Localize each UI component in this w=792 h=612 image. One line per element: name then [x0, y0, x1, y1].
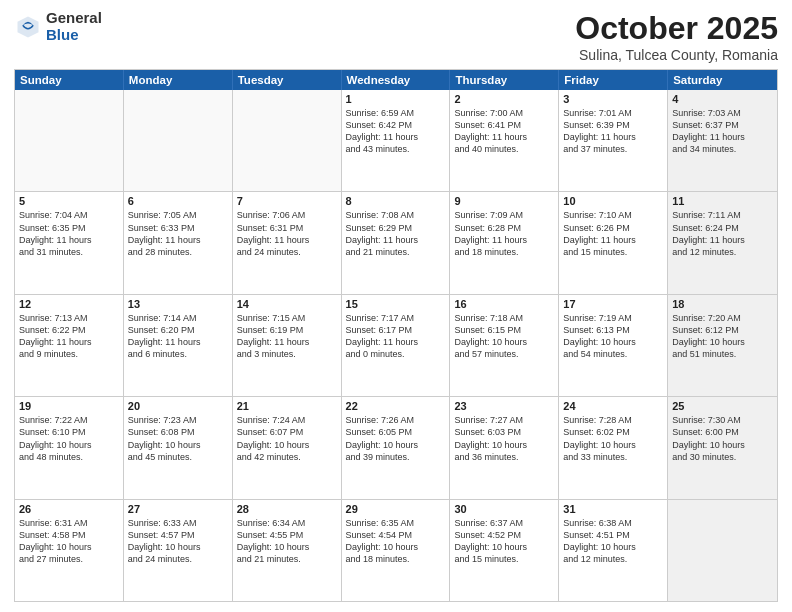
cal-row-4: 26Sunrise: 6:31 AM Sunset: 4:58 PM Dayli…	[15, 499, 777, 601]
cell-info: Sunrise: 7:04 AM Sunset: 6:35 PM Dayligh…	[19, 209, 119, 258]
day-number: 22	[346, 400, 446, 412]
cell-info: Sunrise: 7:08 AM Sunset: 6:29 PM Dayligh…	[346, 209, 446, 258]
cell-info: Sunrise: 6:37 AM Sunset: 4:52 PM Dayligh…	[454, 517, 554, 566]
cell-info: Sunrise: 6:59 AM Sunset: 6:42 PM Dayligh…	[346, 107, 446, 156]
day-number: 9	[454, 195, 554, 207]
header-day-friday: Friday	[559, 70, 668, 90]
day-number: 15	[346, 298, 446, 310]
cell-info: Sunrise: 7:22 AM Sunset: 6:10 PM Dayligh…	[19, 414, 119, 463]
day-number: 7	[237, 195, 337, 207]
cell-info: Sunrise: 6:35 AM Sunset: 4:54 PM Dayligh…	[346, 517, 446, 566]
cal-cell-r4c5: 31Sunrise: 6:38 AM Sunset: 4:51 PM Dayli…	[559, 500, 668, 601]
cell-info: Sunrise: 7:03 AM Sunset: 6:37 PM Dayligh…	[672, 107, 773, 156]
cell-info: Sunrise: 7:10 AM Sunset: 6:26 PM Dayligh…	[563, 209, 663, 258]
cal-cell-r3c4: 23Sunrise: 7:27 AM Sunset: 6:03 PM Dayli…	[450, 397, 559, 498]
cal-cell-r3c5: 24Sunrise: 7:28 AM Sunset: 6:02 PM Dayli…	[559, 397, 668, 498]
cal-cell-r1c6: 11Sunrise: 7:11 AM Sunset: 6:24 PM Dayli…	[668, 192, 777, 293]
logo-blue-text: Blue	[46, 27, 102, 44]
cell-info: Sunrise: 7:20 AM Sunset: 6:12 PM Dayligh…	[672, 312, 773, 361]
cell-info: Sunrise: 7:26 AM Sunset: 6:05 PM Dayligh…	[346, 414, 446, 463]
cal-row-3: 19Sunrise: 7:22 AM Sunset: 6:10 PM Dayli…	[15, 396, 777, 498]
cell-info: Sunrise: 6:34 AM Sunset: 4:55 PM Dayligh…	[237, 517, 337, 566]
cal-cell-r4c6	[668, 500, 777, 601]
cell-info: Sunrise: 7:19 AM Sunset: 6:13 PM Dayligh…	[563, 312, 663, 361]
cal-cell-r0c4: 2Sunrise: 7:00 AM Sunset: 6:41 PM Daylig…	[450, 90, 559, 191]
calendar-header: SundayMondayTuesdayWednesdayThursdayFrid…	[15, 70, 777, 90]
cal-cell-r2c2: 14Sunrise: 7:15 AM Sunset: 6:19 PM Dayli…	[233, 295, 342, 396]
cal-cell-r2c0: 12Sunrise: 7:13 AM Sunset: 6:22 PM Dayli…	[15, 295, 124, 396]
cell-info: Sunrise: 7:28 AM Sunset: 6:02 PM Dayligh…	[563, 414, 663, 463]
cal-cell-r2c1: 13Sunrise: 7:14 AM Sunset: 6:20 PM Dayli…	[124, 295, 233, 396]
day-number: 6	[128, 195, 228, 207]
cal-row-2: 12Sunrise: 7:13 AM Sunset: 6:22 PM Dayli…	[15, 294, 777, 396]
day-number: 11	[672, 195, 773, 207]
day-number: 21	[237, 400, 337, 412]
day-number: 3	[563, 93, 663, 105]
day-number: 2	[454, 93, 554, 105]
cell-info: Sunrise: 7:15 AM Sunset: 6:19 PM Dayligh…	[237, 312, 337, 361]
cell-info: Sunrise: 7:05 AM Sunset: 6:33 PM Dayligh…	[128, 209, 228, 258]
cal-cell-r0c3: 1Sunrise: 6:59 AM Sunset: 6:42 PM Daylig…	[342, 90, 451, 191]
header-day-sunday: Sunday	[15, 70, 124, 90]
cal-cell-r4c3: 29Sunrise: 6:35 AM Sunset: 4:54 PM Dayli…	[342, 500, 451, 601]
cal-cell-r2c6: 18Sunrise: 7:20 AM Sunset: 6:12 PM Dayli…	[668, 295, 777, 396]
calendar-body: 1Sunrise: 6:59 AM Sunset: 6:42 PM Daylig…	[15, 90, 777, 601]
day-number: 20	[128, 400, 228, 412]
cal-cell-r4c2: 28Sunrise: 6:34 AM Sunset: 4:55 PM Dayli…	[233, 500, 342, 601]
day-number: 17	[563, 298, 663, 310]
day-number: 24	[563, 400, 663, 412]
calendar: SundayMondayTuesdayWednesdayThursdayFrid…	[14, 69, 778, 602]
cal-cell-r4c4: 30Sunrise: 6:37 AM Sunset: 4:52 PM Dayli…	[450, 500, 559, 601]
cal-cell-r2c3: 15Sunrise: 7:17 AM Sunset: 6:17 PM Dayli…	[342, 295, 451, 396]
day-number: 1	[346, 93, 446, 105]
cal-cell-r4c1: 27Sunrise: 6:33 AM Sunset: 4:57 PM Dayli…	[124, 500, 233, 601]
cell-info: Sunrise: 7:17 AM Sunset: 6:17 PM Dayligh…	[346, 312, 446, 361]
cal-cell-r3c0: 19Sunrise: 7:22 AM Sunset: 6:10 PM Dayli…	[15, 397, 124, 498]
day-number: 25	[672, 400, 773, 412]
day-number: 13	[128, 298, 228, 310]
cell-info: Sunrise: 7:27 AM Sunset: 6:03 PM Dayligh…	[454, 414, 554, 463]
cell-info: Sunrise: 7:24 AM Sunset: 6:07 PM Dayligh…	[237, 414, 337, 463]
day-number: 5	[19, 195, 119, 207]
day-number: 26	[19, 503, 119, 515]
cell-info: Sunrise: 7:06 AM Sunset: 6:31 PM Dayligh…	[237, 209, 337, 258]
day-number: 27	[128, 503, 228, 515]
day-number: 30	[454, 503, 554, 515]
header-day-tuesday: Tuesday	[233, 70, 342, 90]
title-block: October 2025 Sulina, Tulcea County, Roma…	[575, 10, 778, 63]
day-number: 4	[672, 93, 773, 105]
cell-info: Sunrise: 6:31 AM Sunset: 4:58 PM Dayligh…	[19, 517, 119, 566]
cell-info: Sunrise: 6:33 AM Sunset: 4:57 PM Dayligh…	[128, 517, 228, 566]
cal-row-1: 5Sunrise: 7:04 AM Sunset: 6:35 PM Daylig…	[15, 191, 777, 293]
cal-cell-r3c1: 20Sunrise: 7:23 AM Sunset: 6:08 PM Dayli…	[124, 397, 233, 498]
cell-info: Sunrise: 7:01 AM Sunset: 6:39 PM Dayligh…	[563, 107, 663, 156]
header-day-thursday: Thursday	[450, 70, 559, 90]
day-number: 18	[672, 298, 773, 310]
cell-info: Sunrise: 7:14 AM Sunset: 6:20 PM Dayligh…	[128, 312, 228, 361]
cal-cell-r1c5: 10Sunrise: 7:10 AM Sunset: 6:26 PM Dayli…	[559, 192, 668, 293]
header: General Blue October 2025 Sulina, Tulcea…	[14, 10, 778, 63]
title-month: October 2025	[575, 10, 778, 47]
header-day-monday: Monday	[124, 70, 233, 90]
cal-cell-r3c2: 21Sunrise: 7:24 AM Sunset: 6:07 PM Dayli…	[233, 397, 342, 498]
day-number: 12	[19, 298, 119, 310]
header-day-wednesday: Wednesday	[342, 70, 451, 90]
cell-info: Sunrise: 7:13 AM Sunset: 6:22 PM Dayligh…	[19, 312, 119, 361]
day-number: 19	[19, 400, 119, 412]
cal-cell-r1c1: 6Sunrise: 7:05 AM Sunset: 6:33 PM Daylig…	[124, 192, 233, 293]
cell-info: Sunrise: 7:23 AM Sunset: 6:08 PM Dayligh…	[128, 414, 228, 463]
day-number: 14	[237, 298, 337, 310]
title-location: Sulina, Tulcea County, Romania	[575, 47, 778, 63]
day-number: 10	[563, 195, 663, 207]
cal-cell-r0c2	[233, 90, 342, 191]
cell-info: Sunrise: 7:09 AM Sunset: 6:28 PM Dayligh…	[454, 209, 554, 258]
cell-info: Sunrise: 7:11 AM Sunset: 6:24 PM Dayligh…	[672, 209, 773, 258]
day-number: 16	[454, 298, 554, 310]
day-number: 29	[346, 503, 446, 515]
cal-cell-r1c2: 7Sunrise: 7:06 AM Sunset: 6:31 PM Daylig…	[233, 192, 342, 293]
day-number: 23	[454, 400, 554, 412]
cal-row-0: 1Sunrise: 6:59 AM Sunset: 6:42 PM Daylig…	[15, 90, 777, 191]
cal-cell-r1c4: 9Sunrise: 7:09 AM Sunset: 6:28 PM Daylig…	[450, 192, 559, 293]
cal-cell-r4c0: 26Sunrise: 6:31 AM Sunset: 4:58 PM Dayli…	[15, 500, 124, 601]
cal-cell-r2c5: 17Sunrise: 7:19 AM Sunset: 6:13 PM Dayli…	[559, 295, 668, 396]
